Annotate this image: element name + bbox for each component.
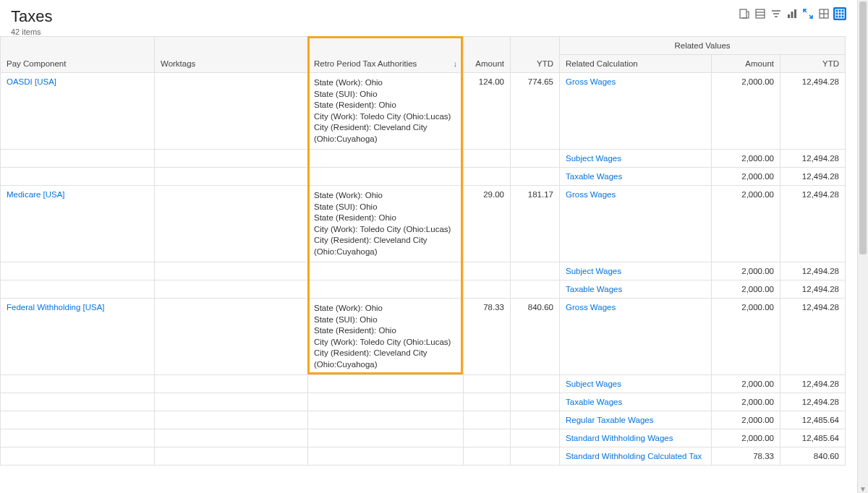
cell-worktags	[155, 375, 308, 393]
retro-line: State (SUI): Ohio	[314, 314, 457, 326]
cell-ytd: 840.60	[511, 299, 560, 375]
cell-amount	[464, 447, 511, 466]
table-row: Medicare [USA]State (Work): OhioState (S…	[1, 186, 846, 262]
cell-ytd	[511, 280, 560, 299]
related-calc-link[interactable]: Regular Taxable Wages	[566, 416, 653, 424]
taxes-table: Pay Component Worktags Retro Period Tax …	[0, 36, 846, 466]
grid-view-icon[interactable]	[817, 7, 830, 20]
related-calc-link[interactable]: Subject Wages	[566, 380, 621, 388]
cell-retro	[308, 168, 464, 186]
related-calc-link[interactable]: Taxable Wages	[566, 285, 622, 293]
scroll-down-icon[interactable]: ▼	[858, 485, 868, 493]
table-row: Subject Wages2,000.0012,494.28	[1, 375, 846, 393]
cell-pay-component	[1, 447, 155, 466]
col-related-calc[interactable]: Related Calculation	[560, 55, 712, 73]
export-excel-icon[interactable]	[738, 7, 751, 20]
cell-retro	[308, 447, 464, 466]
cell-amount	[464, 375, 511, 393]
cell-ytd	[511, 393, 560, 411]
cell-amount	[464, 150, 511, 168]
cell-ytd	[511, 375, 560, 393]
cell-amount: 78.33	[464, 299, 511, 375]
col-related-ytd[interactable]: YTD	[780, 55, 846, 73]
cell-ytd: 181.17	[511, 186, 560, 262]
worksheet-icon[interactable]	[754, 7, 767, 20]
cell-pay-component	[1, 429, 155, 447]
cell-worktags	[155, 186, 308, 262]
col-pay-component[interactable]: Pay Component	[1, 37, 155, 73]
cell-related-amount: 2,000.00	[712, 299, 780, 375]
retro-line: State (Resident): Ohio	[314, 100, 457, 111]
cell-worktags	[155, 168, 308, 186]
related-calc-link[interactable]: Taxable Wages	[566, 398, 622, 406]
expand-icon[interactable]	[801, 7, 814, 20]
chart-icon[interactable]	[786, 7, 799, 20]
cell-related-amount: 2,000.00	[712, 411, 780, 429]
col-related-values-group: Related Values	[560, 37, 846, 55]
pay-component-link[interactable]: OASDI [USA]	[7, 77, 56, 86]
scrollbar-thumb[interactable]	[859, 1, 867, 254]
retro-line: State (Work): Ohio	[314, 303, 457, 314]
cell-pay-component	[1, 150, 155, 168]
cell-ytd	[511, 411, 560, 429]
cell-amount: 124.00	[464, 73, 511, 150]
cell-retro	[308, 429, 464, 447]
cell-retro	[308, 375, 464, 393]
filter-icon[interactable]	[770, 7, 783, 20]
retro-line: City (Resident): Cleveland City (Ohio:Cu…	[314, 348, 457, 370]
svg-rect-1	[756, 9, 765, 18]
cell-worktags	[155, 150, 308, 168]
cell-retro	[308, 411, 464, 429]
retro-line: City (Work): Toledo City (Ohio:Lucas)	[314, 111, 457, 123]
cell-worktags	[155, 411, 308, 429]
retro-line: City (Work): Toledo City (Ohio:Lucas)	[314, 224, 457, 236]
col-retro[interactable]: Retro Period Tax Authorities ↓	[308, 37, 464, 73]
related-calc-link[interactable]: Standard Withholding Wages	[566, 434, 673, 442]
cell-pay-component	[1, 168, 155, 186]
related-calc-link[interactable]: Subject Wages	[566, 154, 621, 163]
related-calc-link[interactable]: Standard Withholding Calculated Tax	[566, 452, 702, 460]
cell-related-calc: Standard Withholding Wages	[560, 429, 712, 447]
col-amount[interactable]: Amount	[464, 37, 511, 73]
cell-amount	[464, 168, 511, 186]
pay-component-link[interactable]: Medicare [USA]	[7, 190, 65, 199]
cell-related-calc: Gross Wages	[560, 186, 712, 262]
cell-amount	[464, 393, 511, 411]
col-related-amount[interactable]: Amount	[712, 55, 780, 73]
cell-related-calc: Subject Wages	[560, 150, 712, 168]
cell-related-ytd: 12,485.64	[780, 429, 846, 447]
pay-component-link[interactable]: Federal Withholding [USA]	[7, 303, 105, 312]
cell-related-amount: 2,000.00	[712, 186, 780, 262]
related-calc-link[interactable]: Gross Wages	[566, 77, 616, 86]
related-calc-link[interactable]: Gross Wages	[566, 303, 616, 312]
cell-worktags	[155, 73, 308, 150]
cell-pay-component	[1, 375, 155, 393]
retro-line: City (Resident): Cleveland City (Ohio:Cu…	[314, 122, 457, 145]
vertical-scrollbar[interactable]: ▲ ▼	[857, 0, 868, 493]
cell-ytd: 774.65	[511, 73, 560, 150]
table-row: Taxable Wages2,000.0012,494.28	[1, 393, 846, 411]
related-calc-link[interactable]: Subject Wages	[566, 267, 621, 275]
table-row: Taxable Wages2,000.0012,494.28	[1, 280, 846, 299]
svg-rect-13	[835, 9, 844, 18]
col-worktags[interactable]: Worktags	[155, 37, 308, 73]
cell-ytd	[511, 447, 560, 466]
cell-retro	[308, 150, 464, 168]
table-row: Standard Withholding Wages2,000.0012,485…	[1, 429, 846, 447]
cell-related-calc: Taxable Wages	[560, 280, 712, 299]
col-ytd[interactable]: YTD	[511, 37, 560, 73]
cell-amount	[464, 411, 511, 429]
cell-worktags	[155, 429, 308, 447]
cell-related-ytd: 12,485.64	[780, 411, 846, 429]
item-count: 42 items	[11, 27, 52, 36]
related-calc-link[interactable]: Taxable Wages	[566, 172, 622, 181]
cell-pay-component: Medicare [USA]	[1, 186, 155, 262]
retro-line: State (Work): Ohio	[314, 190, 457, 202]
cell-pay-component	[1, 262, 155, 280]
table-view-icon[interactable]	[833, 7, 846, 20]
toolbar	[738, 7, 846, 20]
related-calc-link[interactable]: Gross Wages	[566, 190, 616, 199]
cell-related-ytd: 12,494.28	[780, 393, 846, 411]
retro-line: State (SUI): Ohio	[314, 89, 457, 100]
retro-line: State (SUI): Ohio	[314, 202, 457, 213]
